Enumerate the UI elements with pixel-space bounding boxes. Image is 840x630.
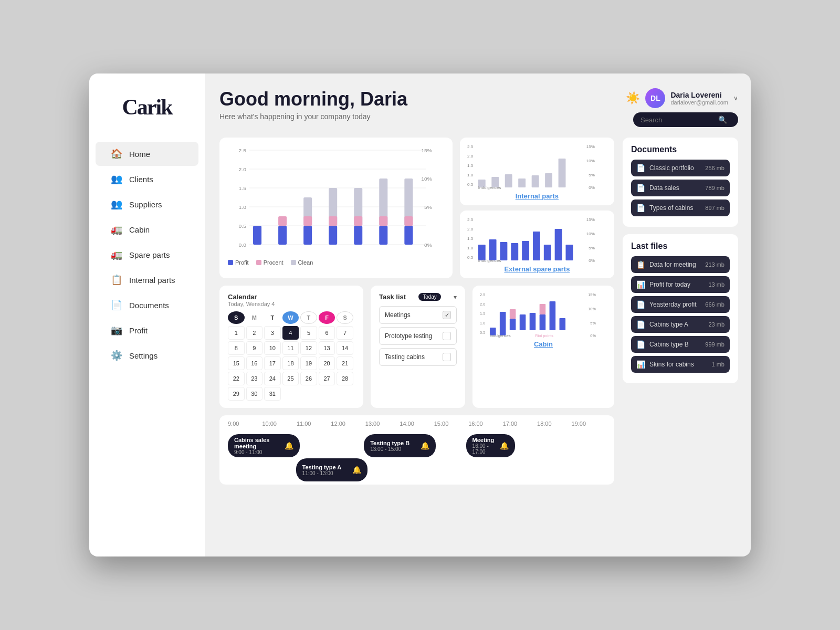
cal-day-21[interactable]: 21 <box>337 356 353 370</box>
cal-day-28[interactable]: 28 <box>337 372 353 385</box>
cal-day-5[interactable]: 5 <box>300 326 317 340</box>
chevron-down-icon[interactable]: ∨ <box>733 94 738 102</box>
doc-item-types-cabins[interactable]: 📄 Types of cabins 897 mb <box>631 200 730 216</box>
svg-rect-46 <box>518 178 526 187</box>
cal-day-30[interactable]: 30 <box>246 387 263 401</box>
legend-procent: Procent <box>256 259 284 266</box>
event-meeting-name: Meeting <box>472 437 496 443</box>
cal-day-13[interactable]: 13 <box>319 341 335 355</box>
sidebar-item-clients[interactable]: 👥 Clients <box>96 167 198 191</box>
logo-area: Carik <box>89 86 205 128</box>
svg-rect-33 <box>404 226 413 245</box>
search-input[interactable] <box>640 116 714 124</box>
task-label-meetings: Meetings <box>385 311 411 319</box>
cal-day-15[interactable]: 15 <box>228 356 245 370</box>
sidebar-item-settings[interactable]: ⚙️ Settings <box>96 343 198 368</box>
cal-day-26[interactable]: 26 <box>300 372 317 385</box>
cal-day-9[interactable]: 9 <box>246 341 263 355</box>
svg-rect-21 <box>303 226 312 245</box>
cal-day-2[interactable]: 2 <box>246 326 263 340</box>
timeline-events: Cabins sales meeting 9:00 - 11:00 🔔 Test… <box>228 432 606 479</box>
file-size-0: 213 mb <box>705 261 724 268</box>
cal-day-10[interactable]: 10 <box>264 341 281 355</box>
svg-text:15%: 15% <box>586 218 595 222</box>
svg-text:1.0: 1.0 <box>467 246 473 250</box>
doc-item-classic-portfolio[interactable]: 📄 Classic portfolio 256 mb <box>631 160 730 176</box>
cal-day-20[interactable]: 20 <box>319 356 335 370</box>
cal-day-25[interactable]: 25 <box>282 372 299 385</box>
timeline-label-12: 12:00 <box>331 421 365 427</box>
sidebar-item-internal-parts[interactable]: 📋 Internal parts <box>96 268 198 292</box>
file-item-5[interactable]: 📊 Skins for cabins 1 mb <box>631 356 730 373</box>
sidebar-item-cabin[interactable]: 🚛 Cabin <box>96 217 198 242</box>
svg-rect-83 <box>520 314 526 330</box>
cabin-chart-title[interactable]: Cabin <box>480 340 607 348</box>
user-email: darialover@gmail.com <box>670 99 728 106</box>
task-checkbox-prototype[interactable] <box>443 332 451 340</box>
cal-day-29[interactable]: 29 <box>228 387 245 401</box>
profit-icon: 📷 <box>110 324 123 336</box>
task-checkbox-meetings[interactable]: ✓ <box>443 311 451 319</box>
sidebar-label-suppliers: Suppliers <box>129 200 162 209</box>
cal-day-4[interactable]: 4 <box>282 326 299 340</box>
svg-text:0.5: 0.5 <box>467 183 473 187</box>
cal-day-12[interactable]: 12 <box>300 341 317 355</box>
cal-day-24[interactable]: 24 <box>264 372 281 385</box>
documents-card: Documents 📄 Classic portfolio 256 mb 📄 D… <box>623 138 738 227</box>
cal-day-27[interactable]: 27 <box>319 372 335 385</box>
file-item-3[interactable]: 📄 Cabins type A 23 mb <box>631 316 730 333</box>
timeline-label-13: 13:00 <box>365 421 400 427</box>
task-item-prototype[interactable]: Prototype testing <box>379 327 457 345</box>
cal-day-31[interactable]: 31 <box>264 387 281 401</box>
svg-text:5%: 5% <box>589 173 595 177</box>
settings-icon: ⚙️ <box>110 350 123 361</box>
sidebar-item-home[interactable]: 🏠 Home <box>96 142 198 166</box>
cal-day-6[interactable]: 6 <box>319 326 335 340</box>
sidebar-item-documents[interactable]: 📄 Documents <box>96 293 198 317</box>
cal-day-8[interactable]: 8 <box>228 341 245 355</box>
task-header: Task list Today ▾ <box>379 293 457 301</box>
internal-parts-chart-title[interactable]: Internal parts <box>467 192 607 200</box>
cal-day-16[interactable]: 16 <box>246 356 263 370</box>
doc-name-2: Types of cabins <box>649 204 693 212</box>
event-testing-b[interactable]: Testing type B 13:00 - 15:00 🔔 <box>364 434 436 457</box>
legend-label-clean: Clean <box>298 259 313 266</box>
svg-text:10%: 10% <box>421 176 432 182</box>
cal-day-14[interactable]: 14 <box>337 341 353 355</box>
file-item-0[interactable]: 📋 Data for meeting 213 mb <box>631 256 730 273</box>
svg-text:2.5: 2.5 <box>467 145 473 149</box>
cal-day-19[interactable]: 19 <box>300 356 317 370</box>
cal-day-23[interactable]: 23 <box>246 372 263 385</box>
timeline-label-15: 15:00 <box>434 421 468 427</box>
clients-icon: 👥 <box>110 173 123 185</box>
day-label-sun: S <box>228 311 245 324</box>
file-icon-2: 📄 <box>636 300 645 309</box>
sidebar-item-profit[interactable]: 📷 Profit <box>96 318 198 342</box>
task-item-cabins[interactable]: Testing cabins <box>379 348 457 366</box>
bell-icon-2: 🔔 <box>421 442 429 450</box>
sidebar-item-spare-parts[interactable]: 🚛 Spare parts <box>96 243 198 267</box>
cal-day-11[interactable]: 11 <box>282 341 299 355</box>
cal-day-22[interactable]: 22 <box>228 372 245 385</box>
task-item-meetings[interactable]: Meetings ✓ <box>379 306 457 324</box>
doc-name-1: Data sales <box>649 184 679 192</box>
cal-day-1[interactable]: 1 <box>228 326 245 340</box>
file-item-4[interactable]: 📄 Cabins type B 999 mb <box>631 336 730 353</box>
dropdown-icon[interactable]: ▾ <box>454 293 457 301</box>
event-meeting[interactable]: Meeting 16:00 - 17:00 🔔 <box>466 434 516 457</box>
sidebar-item-suppliers[interactable]: 👥 Suppliers <box>96 192 198 216</box>
task-checkbox-cabins[interactable] <box>443 353 451 361</box>
cal-day-3[interactable]: 3 <box>264 326 281 340</box>
file-item-2[interactable]: 📄 Yeasterday profit 666 mb <box>631 296 730 313</box>
cal-day-17[interactable]: 17 <box>264 356 281 370</box>
external-spare-parts-chart-title[interactable]: External spare parts <box>467 265 607 273</box>
cal-day-18[interactable]: 18 <box>282 356 299 370</box>
event-testing-a[interactable]: Testing type A 11:00 - 13:00 🔔 <box>296 458 368 481</box>
doc-item-data-sales[interactable]: 📄 Data sales 789 mb <box>631 180 730 196</box>
doc-size-1: 789 mb <box>705 185 724 191</box>
file-item-1[interactable]: 📊 Profit for today 13 mb <box>631 276 730 293</box>
event-cabins-sales-meeting[interactable]: Cabins sales meeting 9:00 - 11:00 🔔 <box>228 434 300 457</box>
cal-day-7[interactable]: 7 <box>337 326 353 340</box>
legend-clean: Clean <box>291 259 313 266</box>
search-bar[interactable]: 🔍 <box>633 112 738 127</box>
